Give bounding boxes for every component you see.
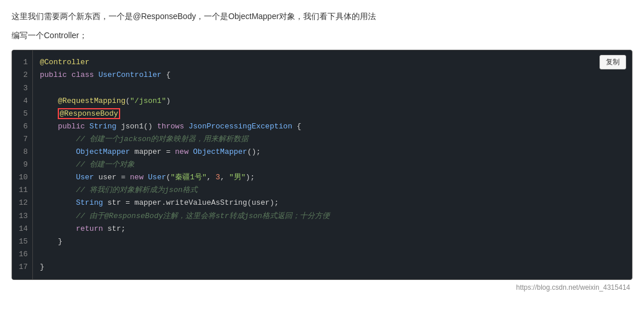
code-line-11: // 将我们的对象解析成为json格式	[40, 184, 625, 197]
code-line-8: ObjectMapper mapper = new ObjectMapper()…	[40, 146, 625, 158]
code-line-9: // 创建一个对象	[40, 158, 625, 171]
code-line-16	[40, 248, 625, 261]
code-line-14: return str;	[40, 223, 625, 235]
footer-url: https://blog.csdn.net/weixin_4315414	[12, 283, 632, 292]
code-line-12: String str = mapper.writeValueAsString(u…	[40, 197, 625, 209]
code-line-5: @ResponseBody	[40, 108, 625, 120]
code-line-6: public String json1() throws JsonProcess…	[40, 120, 625, 133]
code-block: 1 2 3 4 5 6 7 8 9 10 11 12 13 14 15 16 1…	[12, 50, 632, 279]
line-numbers: 1 2 3 4 5 6 7 8 9 10 11 12 13 14 15 16 1…	[12, 50, 33, 279]
code-line-15: }	[40, 235, 625, 248]
code-line-3	[40, 82, 625, 95]
intro-line1: 这里我们需要两个新东西，一个是@ResponseBody，一个是ObjectMa…	[12, 9, 632, 24]
code-line-10: User user = new User("秦疆1号", 3, "男");	[40, 171, 625, 184]
code-line-17: }	[40, 261, 625, 274]
code-line-4: @RequestMapping("/json1")	[40, 95, 625, 108]
copy-button[interactable]: 复制	[600, 55, 626, 69]
code-line-13: // 由于@ResponseBody注解，这里会将str转成json格式返回；十…	[40, 210, 625, 223]
code-line-7: // 创建一个jackson的对象映射器，用来解析数据	[40, 133, 625, 146]
code-content: @Controller public class UserController …	[33, 50, 632, 279]
intro-line2: 编写一个Controller；	[12, 28, 632, 43]
code-block-wrapper: 复制 1 2 3 4 5 6 7 8 9 10 11 12 13 14 15 1…	[12, 50, 632, 280]
code-line-2: public class UserController {	[40, 69, 625, 82]
code-line-1: @Controller	[40, 56, 625, 69]
